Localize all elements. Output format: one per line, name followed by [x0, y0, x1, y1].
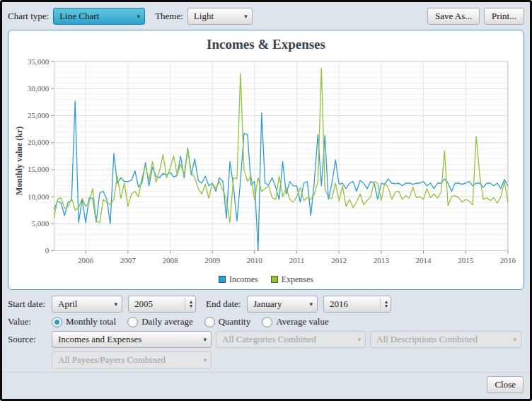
svg-text:2011: 2011: [289, 256, 305, 265]
radio-monthly-total-label: Monthly total: [66, 316, 116, 327]
spin-down-icon[interactable]: ▾: [385, 304, 388, 308]
svg-text:2007: 2007: [120, 256, 137, 265]
radio-icon[interactable]: [52, 317, 62, 327]
source-value: Incomes and Expenses: [58, 334, 199, 345]
chevron-down-icon: ▾: [357, 336, 361, 343]
svg-text:2010: 2010: [247, 256, 263, 265]
theme-select[interactable]: Light ▾: [187, 8, 253, 25]
spinner-arrows[interactable]: ▴▾: [185, 298, 192, 310]
chevron-down-icon: ▾: [203, 356, 207, 364]
svg-text:5,000: 5,000: [31, 219, 49, 228]
dialog-footer: Close: [2, 372, 530, 399]
categories-value: All Categories Combined: [222, 334, 353, 345]
radio-icon[interactable]: [127, 317, 138, 327]
start-month-value: April: [58, 298, 110, 310]
radio-quantity-label: Quantity: [219, 316, 251, 327]
legend-item-expenses: Expenses: [271, 274, 313, 285]
svg-text:10,000: 10,000: [28, 192, 50, 201]
legend-item-incomes: Incomes: [219, 274, 258, 285]
payees-value: All Payees/Payers Combined: [58, 354, 199, 366]
end-year-value: 2016: [330, 298, 380, 310]
theme-label: Theme:: [155, 11, 183, 22]
categories-select: All Categories Combined ▾: [216, 331, 366, 348]
svg-text:2008: 2008: [162, 256, 178, 265]
value-label: Value:: [8, 316, 52, 327]
svg-text:20,000: 20,000: [28, 138, 50, 146]
svg-text:2015: 2015: [458, 256, 474, 265]
line-chart: 2006200720082009201020112012201320142015…: [11, 56, 521, 271]
source-select[interactable]: Incomes and Expenses ▾: [52, 331, 212, 348]
expenses-legend-label: Expenses: [282, 274, 313, 285]
close-button[interactable]: Close: [487, 376, 524, 393]
end-month-select[interactable]: January ▾: [247, 296, 318, 313]
svg-text:2016: 2016: [500, 256, 516, 265]
theme-value: Light: [194, 11, 240, 22]
value-row: Value: Monthly total Daily average Quant…: [8, 316, 524, 327]
chevron-down-icon: ▾: [137, 13, 141, 20]
svg-text:30,000: 30,000: [28, 84, 50, 93]
start-month-select[interactable]: April ▾: [52, 296, 122, 313]
print-button[interactable]: Print...: [484, 8, 524, 25]
svg-text:0: 0: [45, 246, 50, 255]
end-date-label: End date:: [206, 298, 247, 310]
chevron-down-icon: ▾: [244, 13, 248, 20]
descriptions-select: All Descriptions Combined ▾: [370, 331, 521, 348]
chart-dialog: Chart type: Line Chart ▾ Theme: Light ▾ …: [0, 0, 532, 401]
incomes-swatch-icon: [219, 276, 226, 283]
svg-text:35,000: 35,000: [28, 57, 50, 66]
start-year-spinner[interactable]: 2005 ▴▾: [128, 296, 196, 313]
save-as-button[interactable]: Save As...: [427, 8, 480, 25]
radio-monthly-total[interactable]: Monthly total: [52, 316, 116, 327]
start-year-value: 2005: [134, 298, 185, 310]
date-range-row: Start date: April ▾ 2005 ▴▾ End date: Ja…: [8, 296, 524, 313]
start-date-label: Start date:: [8, 298, 52, 310]
payees-row: All Payees/Payers Combined ▾: [8, 351, 524, 368]
svg-text:2012: 2012: [331, 256, 347, 265]
source-row: Source: Incomes and Expenses ▾ All Categ…: [8, 331, 524, 348]
radio-quantity[interactable]: Quantity: [204, 316, 251, 327]
chevron-down-icon: ▾: [513, 336, 516, 343]
svg-text:15,000: 15,000: [28, 165, 50, 173]
svg-text:2006: 2006: [78, 256, 94, 265]
radio-average-value-label: Average value: [276, 316, 328, 327]
y-axis-label: Monthly value (kr): [14, 127, 25, 195]
chart-type-label: Chart type:: [8, 11, 49, 22]
descriptions-value: All Descriptions Combined: [376, 334, 509, 345]
chart-title: Incomes & Expenses: [11, 35, 521, 56]
chevron-down-icon: ▾: [309, 301, 313, 308]
radio-daily-average[interactable]: Daily average: [127, 316, 193, 327]
svg-text:2013: 2013: [374, 256, 390, 265]
end-year-spinner[interactable]: 2016 ▴▾: [323, 296, 391, 313]
radio-icon[interactable]: [204, 317, 215, 327]
chart-type-value: Line Chart: [59, 11, 132, 22]
toolbar: Chart type: Line Chart ▾ Theme: Light ▾ …: [2, 2, 530, 28]
chart-panel: Incomes & Expenses Monthly value (kr) 20…: [8, 30, 524, 290]
chevron-down-icon: ▾: [203, 336, 207, 343]
end-month-value: January: [253, 298, 305, 310]
controls-area: Start date: April ▾ 2005 ▴▾ End date: Ja…: [2, 293, 530, 372]
svg-text:2014: 2014: [415, 256, 432, 265]
spin-down-icon[interactable]: ▾: [190, 304, 192, 308]
payees-select: All Payees/Payers Combined ▾: [52, 351, 212, 368]
source-label: Source:: [8, 334, 52, 345]
chart-legend: Incomes Expenses: [11, 272, 521, 286]
chevron-down-icon: ▾: [114, 301, 117, 308]
radio-icon[interactable]: [262, 317, 272, 327]
svg-text:2009: 2009: [204, 256, 221, 265]
expenses-swatch-icon: [271, 276, 278, 283]
radio-daily-average-label: Daily average: [141, 316, 193, 327]
spinner-arrows[interactable]: ▴▾: [380, 298, 388, 310]
incomes-legend-label: Incomes: [229, 274, 258, 285]
svg-text:25,000: 25,000: [28, 111, 50, 120]
chart-type-select[interactable]: Line Chart ▾: [53, 8, 145, 25]
radio-average-value[interactable]: Average value: [262, 316, 328, 327]
